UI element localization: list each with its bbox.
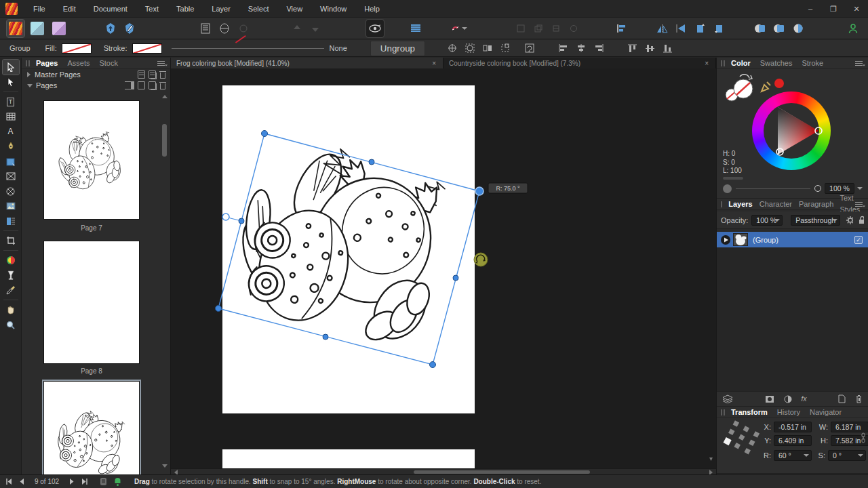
anchor-point-selector[interactable]	[721, 420, 762, 461]
text-display-button[interactable]	[407, 20, 425, 37]
artistic-text-tool[interactable]: A	[3, 124, 19, 139]
flip-vertical-button[interactable]	[672, 20, 690, 37]
swap-colors-icon[interactable]	[740, 75, 752, 79]
corner-handle[interactable]	[262, 131, 268, 137]
bounding-box-toggle[interactable]	[498, 42, 512, 54]
picture-frame-rectangle-tool[interactable]	[3, 169, 19, 184]
vector-crop-tool[interactable]	[3, 233, 19, 248]
rotate-ccw-button[interactable]	[691, 20, 709, 37]
caret-down-icon[interactable]	[804, 454, 809, 457]
page-9-thumbnail[interactable]	[44, 382, 139, 474]
adjustment-icon[interactable]	[784, 395, 792, 403]
picture-frame-ellipse-tool[interactable]	[3, 184, 19, 199]
noise-slider[interactable]	[723, 177, 743, 180]
tab-navigator[interactable]: Navigator	[805, 407, 846, 418]
scrollbar-thumb[interactable]	[162, 124, 167, 157]
page-7-thumbnail[interactable]	[44, 101, 139, 219]
cycle-selection-box-toggle[interactable]	[463, 42, 477, 54]
caret-down-icon[interactable]	[832, 219, 837, 222]
lock-icon[interactable]	[859, 216, 864, 224]
minimize-button[interactable]: –	[799, 0, 822, 18]
photo-persona-button[interactable]	[50, 20, 68, 37]
stroke-width-slider[interactable]	[172, 43, 324, 54]
place-image-tool[interactable]	[3, 199, 19, 214]
expand-layer-icon[interactable]	[721, 235, 730, 245]
boolean-intersect-button[interactable]	[789, 20, 807, 37]
layers-empty-area[interactable]	[717, 247, 868, 391]
menu-view[interactable]: View	[277, 0, 311, 18]
close-tab-icon[interactable]: ×	[703, 60, 710, 67]
menu-table[interactable]: Table	[167, 0, 203, 18]
tab-color[interactable]: Color	[726, 58, 755, 69]
caret-down-icon[interactable]	[857, 187, 863, 190]
eyedropper-icon[interactable]	[762, 82, 770, 92]
pages-scrollbar[interactable]	[161, 58, 169, 474]
add-master-icon[interactable]	[138, 70, 145, 79]
rotation-handle-active[interactable]	[475, 187, 484, 195]
layer-row-group[interactable]: (Group) ✓	[717, 232, 868, 247]
tab-stroke[interactable]: Stroke	[797, 58, 828, 69]
edit-pen-button[interactable]	[121, 20, 138, 37]
first-page-button[interactable]	[5, 479, 12, 485]
publication-layout-tool[interactable]	[3, 214, 19, 228]
rotation-origin-handle[interactable]	[222, 214, 229, 220]
menu-window[interactable]: Window	[311, 0, 355, 18]
edge-handle[interactable]	[369, 159, 374, 165]
tab-layers[interactable]: Layers	[725, 199, 755, 210]
master-pages-row[interactable]: Master Pages	[22, 69, 170, 80]
duplicate-master-icon[interactable]	[149, 70, 156, 79]
tab-stock[interactable]: Stock	[94, 58, 123, 69]
align-bottom-button[interactable]	[661, 42, 675, 54]
mirror-toggle[interactable]	[481, 42, 494, 54]
pen-tool[interactable]	[3, 139, 19, 154]
snapping-options-caret[interactable]	[460, 20, 469, 37]
y-field[interactable]: 6.409 in	[774, 435, 812, 446]
fill-gradient-tool[interactable]	[3, 253, 19, 268]
rotation-reset-button[interactable]	[523, 42, 536, 54]
color-picker-tool[interactable]	[3, 283, 19, 298]
stroke-swatch[interactable]	[132, 43, 162, 54]
node-tool[interactable]	[3, 75, 19, 89]
layers-stack-icon[interactable]	[722, 394, 733, 403]
blend-options-gear-icon[interactable]	[846, 216, 853, 225]
link-dimensions-icon[interactable]	[861, 432, 866, 443]
new-document-button[interactable]	[197, 20, 214, 37]
next-page-button[interactable]	[69, 479, 75, 485]
menu-select[interactable]: Select	[239, 0, 278, 18]
document-tab-countryside[interactable]: Countryside coloring book [Modified] (7.…	[443, 58, 716, 68]
align-center-button[interactable]	[574, 42, 588, 54]
tab-swatches[interactable]: Swatches	[755, 58, 797, 69]
tab-pages[interactable]: Pages	[31, 58, 62, 69]
hscrollbar-thumb[interactable]	[414, 470, 590, 474]
preflight-icon[interactable]	[100, 477, 107, 486]
caret-down-icon[interactable]	[858, 454, 863, 457]
fx-icon[interactable]: fx	[802, 395, 807, 403]
document-tab-frog[interactable]: Frog coloring book [Modified] (41.0%) ×	[171, 58, 443, 68]
restore-button[interactable]: ❐	[822, 0, 845, 18]
import-button[interactable]	[102, 20, 119, 37]
alignment-button[interactable]	[612, 20, 630, 37]
menu-text[interactable]: Text	[136, 0, 167, 18]
align-top-button[interactable]	[626, 42, 639, 54]
pages-row[interactable]: Pages	[22, 80, 170, 91]
menu-document[interactable]: Document	[85, 0, 136, 18]
tab-history[interactable]: History	[772, 407, 805, 418]
tab-transform[interactable]: Transform	[726, 407, 772, 418]
close-button[interactable]: ✕	[845, 0, 868, 18]
align-middle-button[interactable]	[644, 42, 657, 54]
last-page-button[interactable]	[81, 479, 88, 485]
color-triangle[interactable]	[752, 92, 831, 170]
close-tab-icon[interactable]: ×	[431, 60, 437, 67]
ungroup-button[interactable]: Ungroup	[370, 41, 425, 56]
trash-icon[interactable]	[855, 394, 863, 403]
opacity-slider-track[interactable]	[736, 188, 810, 189]
rotate-cw-button[interactable]	[710, 20, 728, 37]
w-field[interactable]: 6.187 in	[831, 422, 868, 432]
edge-handle[interactable]	[239, 218, 244, 224]
tab-character[interactable]: Character	[756, 199, 795, 210]
fill-swatch[interactable]	[62, 43, 92, 54]
transform-origin-toggle[interactable]	[446, 42, 459, 54]
rectangle-tool[interactable]	[3, 154, 19, 169]
account-button[interactable]	[844, 20, 862, 37]
opacity-slider-knob[interactable]	[723, 184, 732, 193]
